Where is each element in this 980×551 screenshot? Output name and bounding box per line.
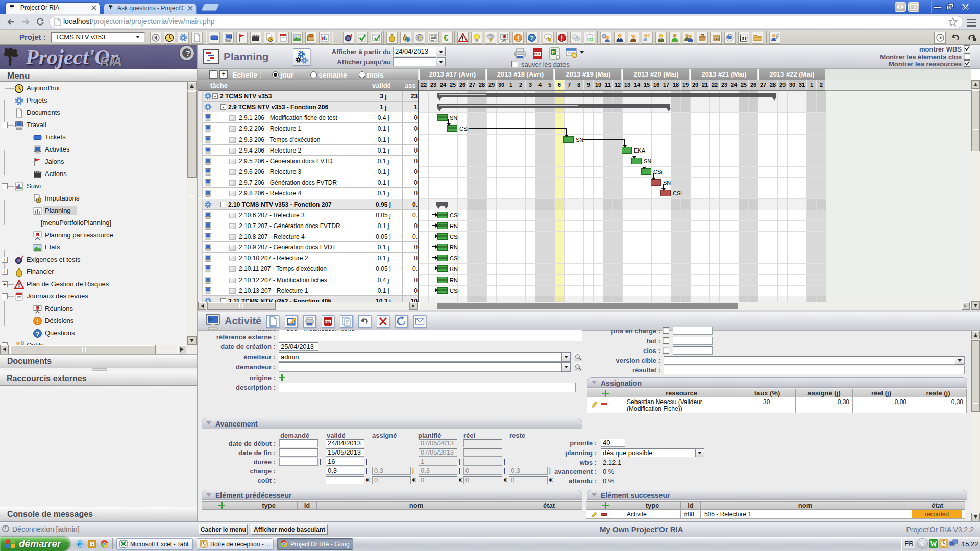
- svg-text:?: ?: [36, 331, 40, 338]
- svg-text:P: P: [552, 50, 555, 55]
- svg-text:V1.0: V1.0: [714, 37, 719, 40]
- svg-text:e: e: [78, 541, 81, 548]
- svg-text:PDF: PDF: [534, 52, 541, 56]
- svg-text:?: ?: [530, 35, 533, 42]
- svg-text:€: €: [444, 33, 449, 43]
- svg-text:31: 31: [742, 36, 747, 41]
- svg-text:PDF: PDF: [325, 320, 331, 323]
